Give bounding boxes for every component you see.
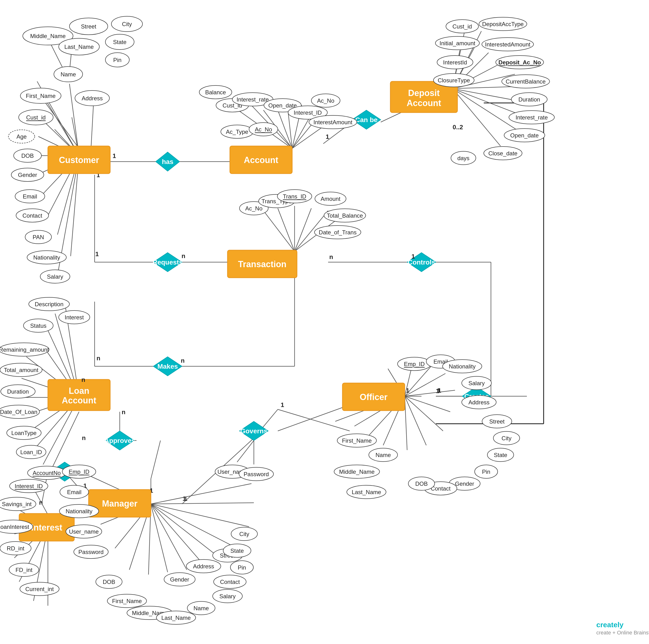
er-diagram: 1 n 1 n 0..2 1 n n n 1 n n n 1 1 n 1 n 1: [0, 0, 649, 644]
svg-line-115: [405, 396, 450, 412]
attr-balance-text: Balance: [205, 89, 226, 95]
attr-state-text: State: [113, 39, 126, 45]
svg-text:n: n: [96, 355, 100, 362]
attr-off-middle-name-text: Middle_Name: [339, 468, 375, 475]
svg-line-131: [151, 504, 206, 567]
attr-remaining-amount-text: Remaining_amount: [0, 347, 49, 353]
entity-deposit-label2: Account: [407, 98, 441, 108]
attr-mgr-username-text: User_name: [69, 528, 99, 535]
attr-off-dob-text: DOB: [415, 480, 428, 487]
attr-mgr-password-text: Password: [78, 549, 103, 555]
svg-text:1: 1: [438, 387, 441, 394]
attr-date-of-loan-text: Date_Of_Loan: [0, 409, 37, 415]
entity-account-label: Account: [244, 155, 278, 165]
attr-loan-interest2-text: LoanInterest: [0, 523, 29, 530]
entity-interest-label: Interest: [31, 523, 62, 533]
entity-loan-label1: Loan: [69, 386, 89, 396]
attr-pan-text: PAN: [33, 234, 44, 240]
svg-line-117: [405, 396, 426, 445]
attr-ac-no-text: Ac_No: [255, 126, 272, 133]
attr-emp-id-text: Emp_ID: [404, 361, 425, 367]
entity-loan-label2: Account: [62, 396, 96, 405]
attr-off-salary-text: Salary: [468, 380, 485, 386]
attr-mgr-city-text: City: [239, 531, 249, 537]
attr-close-date-text: Close_date: [488, 150, 517, 156]
attr-dep-duration-text: Duration: [518, 96, 540, 103]
watermark-sub: create + Online Brainstorming: [596, 630, 649, 636]
attr-status-text: Status: [30, 322, 46, 329]
attr-salary-text: Salary: [47, 273, 63, 280]
attr-trans-id-text: Trans_ID: [283, 193, 306, 200]
attr-off-gender-text: Gender: [455, 480, 474, 487]
attr-interest-id-text: Interest_ID: [294, 109, 321, 116]
attr-loan-interest-text: Interest: [64, 314, 84, 321]
svg-text:n: n: [181, 357, 185, 364]
attr-age-text: Age: [16, 133, 27, 140]
attr-mgr-first-name-text: First_Name: [112, 598, 142, 604]
attr-description-text: Description: [35, 301, 63, 308]
attr-off-pin-text: Pin: [482, 468, 490, 475]
attr-current-balance-text: CurrentBalance: [506, 78, 546, 85]
svg-line-70: [91, 105, 93, 148]
rel-approves-label: Approves: [104, 437, 135, 444]
svg-line-89: [452, 89, 501, 146]
attr-pin-text: Pin: [113, 57, 122, 63]
attr-mgr-gender-text: Gender: [170, 576, 189, 583]
attr-mgr-email-text: Email: [67, 489, 81, 495]
attr-city-text: City: [122, 21, 132, 27]
svg-line-112: [405, 366, 431, 396]
attr-gov-password-text: Password: [244, 471, 269, 477]
attr-off-first-name-text: First_Name: [342, 438, 372, 444]
watermark-logo: creately: [596, 621, 623, 629]
attr-contact-text: Contact: [23, 212, 42, 219]
attr-mgr-state-text: State: [230, 548, 244, 554]
attr-dob-text: DOB: [21, 152, 34, 159]
svg-line-135: [151, 503, 254, 504]
attr-open-date-text: Open_date: [268, 102, 297, 109]
rel-governs-label: Governs: [240, 427, 267, 435]
attr-interested-amount-text: InterestedAmount: [485, 41, 530, 48]
attr-initial-amount-text: Initial_amount: [439, 40, 475, 46]
attr-savings-int-text: Savings_int: [2, 501, 32, 507]
attr-off-city-text: City: [502, 435, 511, 442]
rel-has-label: has: [162, 158, 173, 166]
attr-first-name-text: First_Name: [26, 93, 55, 99]
attr-loan-id-text: Loan_ID: [20, 449, 42, 455]
attr-mgr-name-text: Name: [193, 605, 209, 611]
attr-off-address-text: Address: [468, 399, 489, 406]
svg-text:1: 1: [182, 495, 186, 502]
attr-amount-text: Amount: [321, 196, 341, 202]
attr-off-state-text: State: [494, 452, 507, 458]
attr-dep-cust-id-text: Cust_id: [452, 23, 472, 30]
attr-trans-ac-no-text: Ac_No: [245, 205, 262, 212]
attr-nationality-text: Nationality: [33, 254, 60, 261]
attr-current-int-text: Current_int: [26, 586, 54, 592]
attr-dep-open-date-text: Open_date: [510, 132, 539, 139]
entity-transaction-label: Transaction: [238, 259, 287, 269]
rel-requests-label: Requests: [153, 259, 183, 266]
svg-text:1: 1: [326, 133, 329, 140]
attr-dep-type-text: DepositAccType: [482, 21, 523, 27]
attr-mgr-contact-text: Contact: [220, 579, 240, 585]
svg-line-92: [263, 211, 295, 251]
svg-line-69: [45, 103, 79, 148]
attr-gender-text: Gender: [18, 172, 37, 178]
attr-total-amount-text: Total_amount: [4, 367, 38, 373]
attr-mgr-dob-text: DOB: [103, 579, 115, 585]
attr-mgr-address-text: Address: [193, 563, 214, 569]
attr-account-no-text: AccountNo: [33, 470, 60, 476]
attr-dep-interest-rate-text: Interest_rate: [516, 114, 548, 121]
attr-last-name-text: Last_Name: [64, 44, 94, 50]
svg-text:0..2: 0..2: [452, 124, 463, 131]
rel-can-be-label: Can be: [355, 116, 378, 124]
attr-mgr-nationality-text: Nationality: [66, 508, 92, 514]
attr-mgr-emp-id-text: Emp_ID: [69, 468, 90, 475]
entity-officer-label: Officer: [360, 392, 387, 402]
attr-ac-type-text: Ac_Type: [226, 129, 248, 135]
attr-street-text: Street: [81, 23, 96, 30]
attr-interest-id-dep-text: InterestId: [443, 59, 467, 65]
entity-manager-label: Manager: [102, 499, 137, 508]
attr-deposit-ac-no-text: Deposit_Ac_No: [499, 59, 541, 65]
svg-text:n: n: [82, 434, 86, 442]
svg-line-133: [151, 504, 237, 548]
